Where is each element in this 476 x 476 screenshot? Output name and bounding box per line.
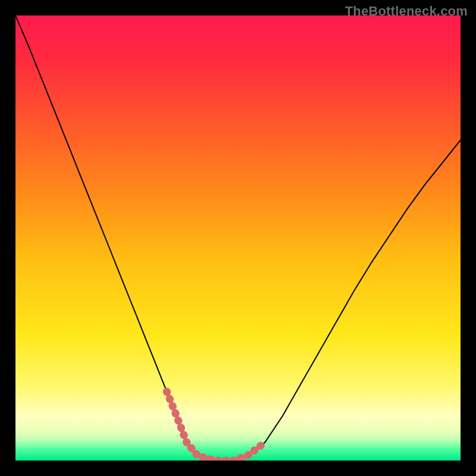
bottleneck-curve bbox=[15, 15, 461, 461]
curve-overlay bbox=[15, 15, 461, 461]
chart-frame: TheBottleneck.com bbox=[0, 0, 476, 476]
plot-area bbox=[15, 15, 461, 461]
optimal-region-highlight bbox=[167, 392, 262, 461]
watermark-text: TheBottleneck.com bbox=[345, 4, 468, 19]
